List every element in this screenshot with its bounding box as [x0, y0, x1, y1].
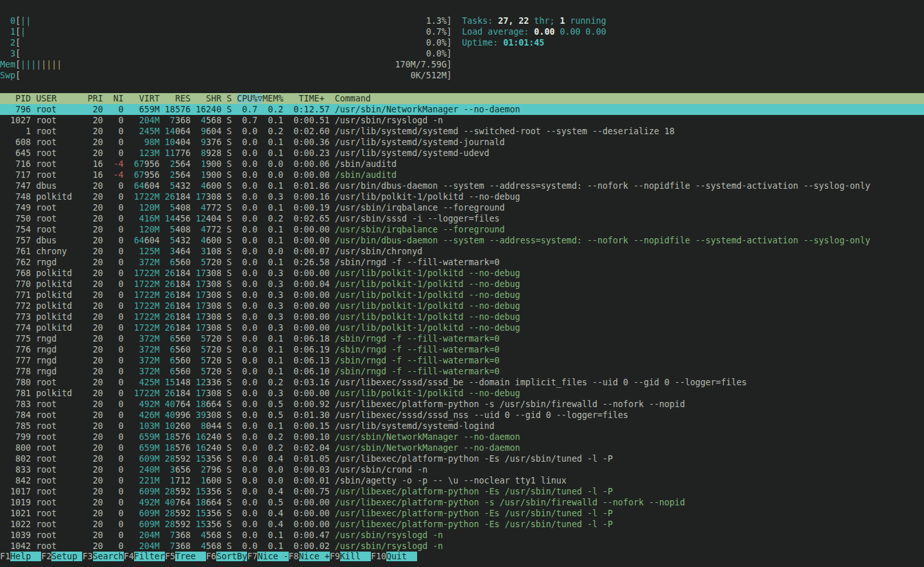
process-row[interactable]: 772 polkitd 20 0 1722M 26184 17308 S 0.0…: [0, 301, 924, 311]
process-row[interactable]: 781 polkitd 20 0 1722M 26184 17308 S 0.0…: [0, 388, 924, 399]
process-row[interactable]: 749 root 20 0 120M 5408 4772 S 0.0 0.1 0…: [0, 202, 924, 213]
header-user[interactable]: USER: [36, 94, 87, 103]
col-sep: [124, 356, 129, 365]
process-row[interactable]: 777 rngd 20 0 372M 6560 5720 S 0.0 0.1 0…: [0, 355, 924, 366]
process-row[interactable]: 770 polkitd 20 0 1722M 26184 17308 S 0.0…: [0, 279, 924, 290]
process-row[interactable]: 776 rngd 20 0 372M 6560 5720 S 0.0 0.1 0…: [0, 344, 924, 355]
col-state: S: [227, 476, 232, 485]
process-row[interactable]: 775 rngd 20 0 372M 6560 5720 S 0.0 0.1 0…: [0, 333, 924, 344]
process-row[interactable]: 1017 root 20 0 609M 28592 15356 S 0.0 0.…: [0, 486, 924, 497]
col-cpu: 0.0: [237, 247, 257, 256]
col-sep: [124, 345, 129, 354]
col-shr-sub: 568: [206, 530, 221, 540]
col-res-sub: 592: [175, 454, 191, 464]
col-res: 5: [165, 236, 175, 245]
col-command: /usr/lib/polkit-1/polkitd --no-debug: [335, 279, 520, 289]
col-sep: [124, 465, 129, 475]
meter-label: Swp: [0, 71, 15, 80]
col-ni: 0: [108, 509, 124, 518]
process-row[interactable]: 778 rngd 20 0 372M 6560 5720 S 0.0 0.1 0…: [0, 366, 924, 377]
process-row[interactable]: 796 root 20 0 659M 18576 16240 S 0.7 0.2…: [0, 104, 924, 115]
fkey-action-label: SortBy: [216, 552, 247, 561]
col-res: 26: [165, 279, 175, 289]
col-sep: [284, 203, 289, 213]
fkey-F9[interactable]: F9Kill: [330, 552, 371, 561]
col-user: root: [36, 509, 87, 518]
col-mem: 0.1: [262, 345, 283, 354]
col-sep: [31, 257, 36, 267]
process-row[interactable]: 750 root 20 0 416M 14456 12404 S 0.0 0.2…: [0, 213, 924, 224]
process-row[interactable]: 799 root 20 0 659M 18576 16240 S 0.0 0.2…: [0, 432, 924, 442]
col-sep: [124, 192, 129, 202]
col-shr-sub: 240: [206, 432, 221, 442]
process-row[interactable]: 717 root 16 -4 67956 2564 1900 S 0.0 0.0…: [0, 170, 924, 180]
col-user: root: [36, 476, 87, 485]
process-row[interactable]: 645 root 20 0 123M 11776 8928 S 0.0 0.1 …: [0, 148, 924, 159]
header-cpu-sort-column[interactable]: CPU%▽: [237, 94, 262, 103]
fkey-F3[interactable]: F3Search: [82, 552, 123, 561]
process-row[interactable]: 1021 root 20 0 609M 28592 15356 S 0.0 0.…: [0, 508, 924, 519]
fkey-F4[interactable]: F4Filter: [124, 552, 165, 561]
process-row[interactable]: 1 root 20 0 245M 14064 9604 S 0.0 0.2 0:…: [0, 126, 924, 137]
process-row[interactable]: 754 root 20 0 120M 5408 4772 S 0.0 0.1 0…: [0, 224, 924, 235]
col-res-sub: 576: [175, 443, 191, 453]
fkey-F6[interactable]: F6SortBy: [206, 552, 247, 561]
fkey-F2[interactable]: F2Setup: [41, 552, 82, 561]
col-mem: 0.2: [262, 214, 283, 223]
cpu-meter-1: 1[|0.7%]: [0, 26, 452, 37]
fkey-F10[interactable]: F10Quit: [371, 552, 417, 561]
process-row[interactable]: 783 root 20 0 492M 40764 18664 S 0.0 0.5…: [0, 399, 924, 410]
header-pri[interactable]: PRI: [87, 94, 103, 103]
memory-meter: Mem[||||||||170M/7.59G]: [0, 59, 452, 70]
col-pid: 608: [0, 137, 31, 147]
col-res-sub: 184: [175, 388, 191, 398]
header-pid[interactable]: PID: [0, 94, 31, 103]
header-mem[interactable]: MEM%: [262, 94, 283, 103]
header-shr[interactable]: SHR: [196, 94, 221, 103]
col-virt: 609M: [129, 509, 160, 518]
header-time[interactable]: TIME+: [288, 94, 329, 103]
process-row[interactable]: 768 polkitd 20 0 1722M 26184 17308 S 0.0…: [0, 268, 924, 279]
col-user: root: [36, 454, 87, 464]
process-row[interactable]: 762 rngd 20 0 372M 6560 5720 S 0.0 0.1 0…: [0, 257, 924, 268]
process-row[interactable]: 771 polkitd 20 0 1722M 26184 17308 S 0.0…: [0, 290, 924, 301]
process-row[interactable]: 785 root 20 0 103M 10260 8044 S 0.0 0.1 …: [0, 421, 924, 432]
col-res: 26: [165, 192, 175, 202]
col-sep: [160, 421, 165, 431]
header-ni[interactable]: NI: [108, 94, 124, 103]
process-row[interactable]: 1039 root 20 0 204M 7368 4568 S 0.0 0.1 …: [0, 530, 924, 541]
process-row[interactable]: 842 root 20 0 221M 1712 1600 S 0.0 0.0 0…: [0, 475, 924, 486]
process-row[interactable]: 784 root 20 0 426M 40996 39308 S 0.0 0.5…: [0, 410, 924, 421]
header-command[interactable]: Command: [335, 94, 371, 103]
process-row[interactable]: 761 chrony 20 0 125M 3464 3108 S 0.0 0.0…: [0, 246, 924, 257]
process-row[interactable]: 833 root 20 0 240M 3656 2796 S 0.0 0.0 0…: [0, 464, 924, 475]
process-row[interactable]: 608 root 20 0 98M 10404 9376 S 0.0 0.1 0…: [0, 137, 924, 148]
process-row[interactable]: 1022 root 20 0 609M 28592 15356 S 0.0 0.…: [0, 519, 924, 530]
process-row[interactable]: 773 polkitd 20 0 1722M 26184 17308 S 0.0…: [0, 311, 924, 322]
process-row[interactable]: 802 root 20 0 609M 28592 15356 S 0.0 0.4…: [0, 453, 924, 464]
process-row[interactable]: 774 polkitd 20 0 1722M 26184 17308 S 0.0…: [0, 322, 924, 333]
process-row[interactable]: 1042 root 20 0 204M 7368 4568 S 0.0 0.1 …: [0, 541, 924, 552]
process-row[interactable]: 757 dbus 20 0 64604 5432 4600 S 0.0 0.1 …: [0, 235, 924, 246]
col-sep: [124, 301, 129, 311]
process-row[interactable]: 716 root 16 -4 67956 2564 1900 S 0.0 0.0…: [0, 159, 924, 170]
process-row[interactable]: 748 polkitd 20 0 1722M 26184 17308 S 0.0…: [0, 191, 924, 202]
process-row[interactable]: 1027 root 20 0 204M 7368 4568 S 0.7 0.1 …: [0, 115, 924, 126]
process-row[interactable]: 780 root 20 0 425M 15148 12336 S 0.0 0.2…: [0, 377, 924, 388]
col-res: 26: [165, 312, 175, 322]
col-mem: 0.2: [262, 443, 283, 453]
process-row[interactable]: 800 root 20 0 659M 18576 16240 S 0.0 0.2…: [0, 442, 924, 453]
col-command: /sbin/auditd: [335, 159, 397, 169]
header-state[interactable]: S: [227, 94, 232, 103]
fkey-F5[interactable]: F5Tree: [165, 552, 206, 561]
fkey-F1[interactable]: F1Help: [0, 552, 41, 561]
col-ni: 0: [108, 290, 124, 300]
process-row[interactable]: 747 dbus 20 0 64604 5432 4600 S 0.0 0.1 …: [0, 180, 924, 191]
fkey-F7[interactable]: F7Nice -: [247, 552, 288, 561]
process-row[interactable]: 1019 root 20 0 492M 40764 18664 S 0.0 0.…: [0, 497, 924, 508]
header-virt[interactable]: VIRT: [129, 94, 160, 103]
header-res[interactable]: RES: [165, 94, 191, 103]
col-command: /usr/bin/dbus-daemon --system --address=…: [335, 181, 871, 191]
col-mem: 0.3: [262, 268, 283, 278]
fkey-F8[interactable]: F8Nice +: [289, 552, 330, 561]
